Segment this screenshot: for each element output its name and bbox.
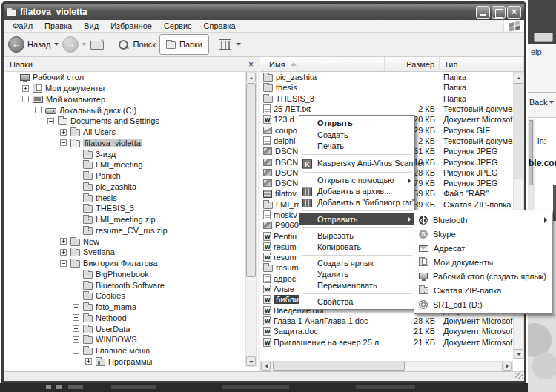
back-dropdown-icon[interactable] [54,43,59,46]
send-to-menu-item[interactable]: Адресат [414,241,552,255]
expand-icon[interactable] [73,336,79,343]
tree-item[interactable]: THESIS_3 [5,203,245,214]
file-row[interactable]: thesisПапка [260,82,513,93]
context-menu-item[interactable]: Создать ярлык [299,258,414,269]
expand-icon[interactable] [22,85,29,92]
tree-item[interactable]: WINDOWS [5,334,245,345]
menu-item[interactable]: Сервис [158,20,198,33]
tree-item[interactable]: Bluetooth Software [5,279,245,290]
forward-button[interactable]: → [62,36,86,53]
expand-icon[interactable] [73,282,79,288]
column-header-type[interactable]: Тип [440,57,524,71]
scroll-up-icon[interactable] [246,73,256,82]
folders-button[interactable]: Папки [159,34,209,55]
list-hscrollbar[interactable] [260,361,513,371]
tree-item[interactable]: LMI_meeting [5,159,245,170]
expand-icon[interactable] [60,249,67,256]
tree-item[interactable]: Виктория Филатова [5,258,245,269]
tree-item[interactable]: All Users [5,127,245,138]
scroll-up-icon[interactable] [514,73,523,82]
column-header-size[interactable]: Размер [385,57,440,71]
tree-scrollbar-thumb[interactable] [246,83,256,277]
tree-item[interactable]: Svetlana [5,247,245,258]
file-row[interactable]: 25 ЛЕТ.txt2 КБТекстовый докумен [260,104,513,114]
tree-item[interactable]: Nethood [5,313,245,324]
collapse-icon[interactable] [73,348,79,354]
menu-item[interactable]: Правка [39,20,78,33]
send-to-menu-item[interactable]: Рабочий стол (создать ярлык) [414,269,552,283]
expand-icon[interactable] [60,238,67,245]
search-button[interactable]: Поиск [118,39,156,50]
send-to-menu-item[interactable]: Skype [414,227,552,241]
send-to-menu-item[interactable]: Сжатая ZIP-папка [414,283,552,297]
tree-item[interactable]: Программы [5,356,245,368]
context-menu-item[interactable]: Переименовать [299,280,414,291]
tree-item[interactable]: Мой компьютер [5,94,245,105]
file-row[interactable]: Глава 1 АналГлава 1.doc28 КБДокумент Mic… [260,316,513,326]
context-menu-item[interactable]: Открыть [299,117,414,130]
column-header-name[interactable]: Имя [260,57,385,71]
menu-item[interactable]: Файл [7,20,39,33]
tree-item[interactable]: UserData [5,323,245,334]
tree-item[interactable]: BigPhonebook [5,269,245,280]
expand-icon[interactable] [85,358,92,365]
views-button[interactable] [219,39,241,50]
tree-item[interactable]: Documents and Settings [5,116,245,127]
context-menu-item[interactable]: Добавить в архив... [299,186,414,197]
file-row[interactable]: THESIS_3Папка [260,93,513,104]
menu-item[interactable]: Избранное [105,20,158,33]
tree-item[interactable]: New [5,236,245,247]
title-bar[interactable]: filatova_violetta × [4,4,524,20]
tree-item[interactable]: Cookies [5,290,245,302]
tree-item[interactable]: foto_mama [5,302,245,313]
send-to-menu-item[interactable]: SR1_cd1 (D:) [414,297,552,311]
context-menu-item[interactable]: Создать [299,130,414,141]
tree-item[interactable]: Panich [5,170,245,182]
expand-icon[interactable] [73,304,79,310]
up-button[interactable] [90,39,105,50]
file-row[interactable]: Защита.doc21 КБДокумент Microsof. [260,326,513,336]
menu-item[interactable]: Справка [198,20,242,33]
expand-icon[interactable] [73,325,79,332]
tree-item[interactable]: pic_zashita [5,182,245,193]
minimize-button[interactable] [476,6,490,19]
context-menu-item[interactable]: Отправить [299,213,414,225]
context-menu-item[interactable]: Печать [299,141,414,152]
context-menu-item[interactable]: Вырезать [299,230,414,242]
tree-item[interactable]: thesis [5,192,245,203]
tree-item[interactable]: filatova_violetta [5,138,245,149]
resize-grip[interactable] [515,373,523,379]
context-menu-item[interactable]: Добавить в "библиогр.rar" [299,197,414,208]
list-hscrollbar-thumb[interactable] [273,362,405,371]
collapse-icon[interactable] [60,139,67,146]
scroll-down-icon[interactable] [246,356,256,366]
context-menu-item[interactable]: Удалить [299,269,414,280]
expand-icon[interactable] [60,129,67,136]
folders-panel-close-icon[interactable]: × [248,60,254,69]
menu-item[interactable]: Вид [78,20,105,33]
expand-icon[interactable] [73,314,79,321]
tree-item[interactable]: Главное меню [5,345,245,356]
back-button[interactable]: ← Назад [8,36,59,53]
tree-item[interactable]: LMI_meeting.zip [5,214,245,225]
list-vscrollbar-thumb[interactable] [514,83,523,179]
tree-item[interactable]: Мои документы [5,83,245,94]
context-menu-item[interactable]: Копировать [299,242,414,253]
tree-item[interactable]: Рабочий стол [5,72,245,83]
tree-item[interactable]: Локальный диск (C:) [5,104,245,116]
tree-scrollbar[interactable] [245,72,257,367]
context-menu-item[interactable]: Свойства [299,296,414,308]
send-to-menu-item[interactable]: Bluetooth [414,213,552,227]
collapse-icon[interactable] [22,96,29,102]
scroll-right-icon[interactable] [502,362,512,371]
collapse-icon[interactable] [60,260,67,267]
collapse-icon[interactable] [35,107,42,113]
scroll-left-icon[interactable] [261,362,271,371]
file-row[interactable]: pic_zashitaПапка [260,72,513,82]
context-menu-item[interactable]: Открыть с помощью [299,175,414,186]
tree-item[interactable]: resume_CV_rus.zip [5,225,245,236]
send-to-menu-item[interactable]: Мои документы [414,255,552,269]
context-menu-item[interactable]: Kaspersky Anti-Virus Scanner [299,157,414,170]
file-row[interactable]: Приглашение на вечер 25 л...21 КБДокумен… [260,336,513,347]
close-button[interactable]: × [507,6,521,19]
